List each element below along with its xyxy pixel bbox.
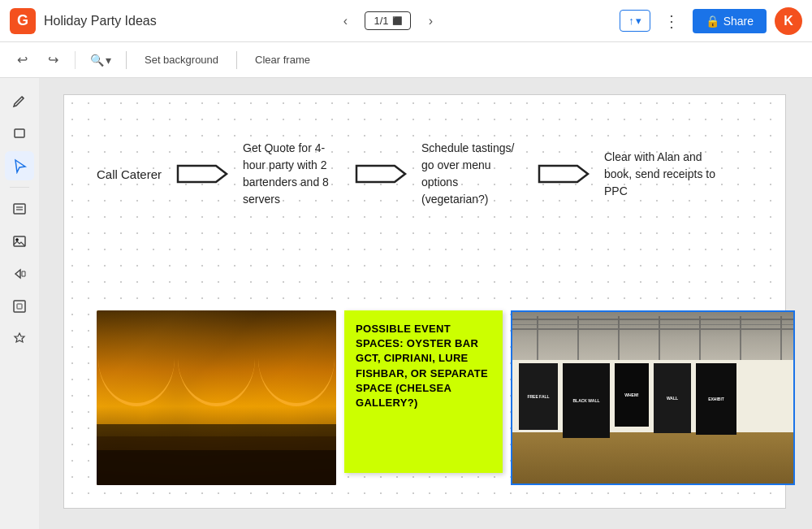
- gallery-image: FREE FALL BLACK WALL WHEM! WALL EXHIBIT: [511, 310, 795, 485]
- frame-tool-button[interactable]: [5, 292, 34, 321]
- arrow2-icon: [352, 150, 413, 198]
- toolbar-separator-1: [75, 51, 76, 69]
- toolbar: ↩ ↪ 🔍 ▾ Set background Clear frame: [0, 42, 812, 78]
- arrow3-icon: [535, 150, 596, 198]
- shape-tool-button[interactable]: [5, 259, 34, 288]
- set-background-button[interactable]: Set background: [136, 50, 227, 69]
- step1-label: Call Caterer: [97, 166, 166, 183]
- golden-hall-image: [97, 310, 336, 485]
- upload-caret: ▾: [636, 15, 641, 27]
- more-options-button[interactable]: ⋮: [659, 8, 685, 34]
- app-title: Holiday Party Ideas: [44, 14, 157, 28]
- svg-rect-0: [15, 129, 24, 137]
- sticky-note[interactable]: POSSIBLE EVENT SPACES: OYSTER BAR GCT, C…: [344, 310, 503, 473]
- canvas-background[interactable]: Call Caterer Get Quote for 4-hour party …: [63, 94, 786, 509]
- select-tool-button[interactable]: [5, 151, 34, 180]
- svg-point-5: [16, 239, 19, 241]
- highlight-tool-button[interactable]: [5, 119, 34, 148]
- step3-label: Schedule tastings/ go over menu options …: [421, 140, 527, 208]
- note-tool-button[interactable]: [5, 194, 34, 223]
- app-logo: G: [10, 8, 36, 34]
- zoom-button[interactable]: 🔍 ▾: [85, 50, 116, 70]
- zoom-icon: 🔍: [90, 54, 104, 67]
- undo-button[interactable]: ↩: [10, 48, 34, 72]
- sidebar-separator-1: [10, 187, 29, 188]
- avatar: K: [775, 7, 802, 35]
- share-button[interactable]: 🔒 Share: [693, 9, 767, 33]
- upload-icon: ↑: [628, 15, 634, 27]
- svg-rect-1: [14, 204, 25, 214]
- svg-rect-6: [14, 301, 25, 312]
- lock-icon: 🔒: [706, 15, 719, 28]
- canvas-area: Call Caterer Get Quote for 4-hour party …: [39, 78, 812, 529]
- bottom-images-row: POSSIBLE EVENT SPACES: OYSTER BAR GCT, C…: [97, 310, 795, 485]
- zoom-group: 🔍 ▾: [85, 50, 116, 70]
- toolbar-separator-2: [126, 51, 127, 69]
- share-label: Share: [723, 15, 754, 28]
- step2-label: Get Quote for 4-hour party with 2 barten…: [243, 140, 344, 208]
- zoom-caret: ▾: [106, 54, 111, 67]
- svg-rect-7: [17, 304, 22, 309]
- plugin-tool-button[interactable]: [5, 324, 34, 353]
- upload-button[interactable]: ↑ ▾: [620, 10, 650, 32]
- arrow1-icon: [174, 150, 235, 198]
- flow-row: Call Caterer Get Quote for 4-hour party …: [97, 140, 718, 208]
- image-tool-button[interactable]: [5, 227, 34, 256]
- page-indicator: 1/1 ⬛: [365, 11, 411, 30]
- clear-frame-button[interactable]: Clear frame: [247, 50, 318, 69]
- redo-button[interactable]: ↪: [41, 48, 65, 72]
- monitor-icon: ⬛: [392, 16, 402, 25]
- prev-page-button[interactable]: ‹: [334, 10, 356, 33]
- next-page-button[interactable]: ›: [419, 10, 442, 33]
- sidebar: [0, 78, 39, 529]
- pen-tool-button[interactable]: [5, 86, 34, 115]
- step4-label: Clear with Alan and book, send receipts …: [604, 149, 718, 200]
- toolbar-separator-3: [236, 51, 237, 69]
- topbar: G Holiday Party Ideas ‹ 1/1 ⬛ › ↑ ▾ ⋮ 🔒 …: [0, 0, 812, 42]
